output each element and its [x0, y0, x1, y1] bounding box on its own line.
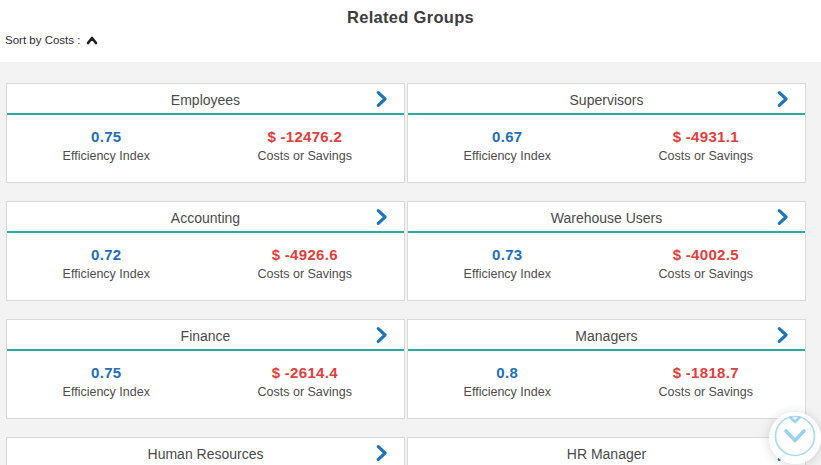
costs-stat: $ -1818.7 Costs or Savings [607, 364, 806, 399]
groups-grid: Employees 0.75 Efficiency Index $ -12476… [6, 83, 806, 465]
group-card-header[interactable]: Accounting [7, 202, 404, 233]
costs-or-savings-label: Costs or Savings [206, 385, 405, 399]
chevron-right-icon[interactable] [370, 324, 392, 356]
group-stats: 0.67 Efficiency Index $ -4931.1 Costs or… [408, 115, 805, 163]
sort-by-costs-label: Sort by Costs : [5, 34, 80, 46]
efficiency-stat: 0.8 Efficiency Index [408, 364, 607, 399]
efficiency-index-label: Efficiency Index [408, 267, 607, 281]
costs-or-savings-value: $ -4002.5 [607, 246, 806, 263]
efficiency-stat: 0.67 Efficiency Index [408, 128, 607, 163]
efficiency-stat: 0.75 Efficiency Index [7, 128, 206, 163]
group-stats: 0.75 Efficiency Index $ -2614.4 Costs or… [7, 351, 404, 399]
costs-or-savings-value: $ -1818.7 [607, 364, 806, 381]
efficiency-index-value: 0.8 [408, 364, 607, 381]
costs-or-savings-label: Costs or Savings [206, 149, 405, 163]
efficiency-index-label: Efficiency Index [7, 149, 206, 163]
group-name: Finance [181, 328, 231, 344]
efficiency-stat: 0.73 Efficiency Index [408, 246, 607, 281]
group-card-header[interactable]: HR Manager [408, 438, 805, 465]
group-card-managers[interactable]: Managers 0.8 Efficiency Index $ -1818.7 … [407, 319, 806, 419]
chevron-right-icon[interactable] [370, 442, 392, 465]
efficiency-index-label: Efficiency Index [408, 385, 607, 399]
group-card-warehouse-users[interactable]: Warehouse Users 0.73 Efficiency Index $ … [407, 201, 806, 301]
costs-or-savings-value: $ -2614.4 [206, 364, 405, 381]
group-card-accounting[interactable]: Accounting 0.72 Efficiency Index $ -4926… [6, 201, 405, 301]
group-card-supervisors[interactable]: Supervisors 0.67 Efficiency Index $ -493… [407, 83, 806, 183]
costs-or-savings-value: $ -4926.6 [206, 246, 405, 263]
efficiency-index-label: Efficiency Index [7, 385, 206, 399]
related-groups-page: Related Groups Sort by Costs : Employees [0, 0, 821, 465]
group-stats: 0.8 Efficiency Index $ -1818.7 Costs or … [408, 351, 805, 399]
costs-or-savings-label: Costs or Savings [607, 267, 806, 281]
efficiency-index-label: Efficiency Index [408, 149, 607, 163]
group-stats: 0.75 Efficiency Index $ -12476.2 Costs o… [7, 115, 404, 163]
page-title: Related Groups [0, 0, 821, 27]
group-name: Warehouse Users [551, 210, 663, 226]
costs-or-savings-value: $ -12476.2 [206, 128, 405, 145]
group-name: Managers [575, 328, 637, 344]
chevron-right-icon[interactable] [370, 88, 392, 120]
group-name: Employees [171, 92, 240, 108]
group-card-header[interactable]: Human Resources [7, 438, 404, 465]
group-card-header[interactable]: Finance [7, 320, 404, 351]
costs-stat: $ -4926.6 Costs or Savings [206, 246, 405, 281]
efficiency-index-value: 0.75 [7, 128, 206, 145]
group-name: Accounting [171, 210, 240, 226]
costs-stat: $ -12476.2 Costs or Savings [206, 128, 405, 163]
costs-or-savings-label: Costs or Savings [206, 267, 405, 281]
chevron-right-icon[interactable] [771, 88, 793, 120]
chevron-right-icon[interactable] [771, 206, 793, 238]
efficiency-stat: 0.72 Efficiency Index [7, 246, 206, 281]
group-card-human-resources[interactable]: Human Resources [6, 437, 405, 465]
group-stats: 0.72 Efficiency Index $ -4926.6 Costs or… [7, 233, 404, 281]
group-card-hr-manager[interactable]: HR Manager [407, 437, 806, 465]
group-name: Human Resources [148, 446, 264, 462]
chevron-right-icon[interactable] [370, 206, 392, 238]
costs-or-savings-label: Costs or Savings [607, 149, 806, 163]
group-card-employees[interactable]: Employees 0.75 Efficiency Index $ -12476… [6, 83, 405, 183]
chevron-right-icon[interactable] [771, 324, 793, 356]
groups-grid-area: Employees 0.75 Efficiency Index $ -12476… [0, 62, 821, 465]
efficiency-stat: 0.75 Efficiency Index [7, 364, 206, 399]
costs-stat: $ -4931.1 Costs or Savings [607, 128, 806, 163]
sort-by-costs-control[interactable]: Sort by Costs : [5, 33, 99, 46]
costs-or-savings-value: $ -4931.1 [607, 128, 806, 145]
group-card-header[interactable]: Managers [408, 320, 805, 351]
scroll-down-button[interactable] [769, 412, 821, 464]
chevron-up-icon[interactable] [85, 33, 99, 46]
group-card-finance[interactable]: Finance 0.75 Efficiency Index $ -2614.4 … [6, 319, 405, 419]
group-name: Supervisors [570, 92, 644, 108]
costs-stat: $ -2614.4 Costs or Savings [206, 364, 405, 399]
page-header: Related Groups Sort by Costs : [0, 0, 821, 62]
group-card-header[interactable]: Employees [7, 84, 404, 115]
chevron-down-icon [771, 412, 819, 464]
efficiency-index-value: 0.75 [7, 364, 206, 381]
group-card-header[interactable]: Warehouse Users [408, 202, 805, 233]
group-stats: 0.73 Efficiency Index $ -4002.5 Costs or… [408, 233, 805, 281]
costs-or-savings-label: Costs or Savings [607, 385, 806, 399]
group-name: HR Manager [567, 446, 646, 462]
efficiency-index-value: 0.72 [7, 246, 206, 263]
costs-stat: $ -4002.5 Costs or Savings [607, 246, 806, 281]
efficiency-index-value: 0.67 [408, 128, 607, 145]
group-card-header[interactable]: Supervisors [408, 84, 805, 115]
efficiency-index-label: Efficiency Index [7, 267, 206, 281]
efficiency-index-value: 0.73 [408, 246, 607, 263]
